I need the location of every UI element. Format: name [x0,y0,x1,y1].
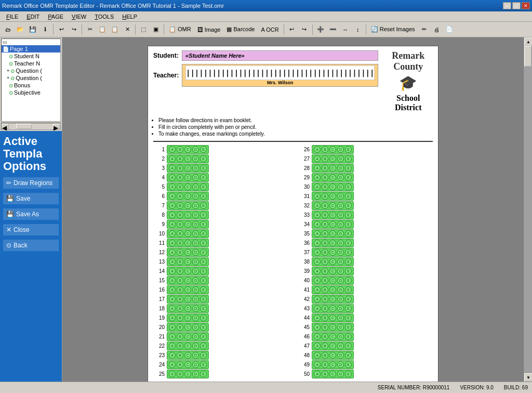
bubble-B[interactable]: B [322,146,328,153]
bubble-E[interactable]: E [200,371,207,377]
print-button[interactable]: 🖨 [431,24,443,35]
bubble-B[interactable]: B [322,324,328,331]
bubble-A[interactable]: A [169,258,176,265]
bubble-A[interactable]: A [314,165,321,172]
teacher-field[interactable]: ||||||||||||||||||||||||||||||||||||||||… [182,64,378,87]
bubble-B[interactable]: B [322,361,328,368]
bubble-E[interactable]: E [345,305,352,312]
bubble-D[interactable]: D [192,184,199,190]
bubble-D[interactable]: D [192,333,199,340]
bubble-C[interactable]: C [184,258,191,265]
bubble-B[interactable]: B [177,296,183,303]
bubble-D[interactable]: D [192,361,199,368]
bubble-A[interactable]: A [314,212,321,218]
bubble-E[interactable]: E [345,249,352,256]
bubble-A[interactable]: A [169,315,176,321]
bubble-D[interactable]: D [337,230,344,237]
bubble-E[interactable]: E [345,277,352,284]
bubble-C[interactable]: C [329,240,336,246]
bubble-D[interactable]: D [337,146,344,153]
bubble-B[interactable]: B [322,202,328,209]
bubble-E[interactable]: E [345,146,352,153]
bubble-A[interactable]: A [314,221,321,228]
bubble-B[interactable]: B [322,296,328,303]
select-button[interactable]: ⬚ [138,24,149,35]
bubble-E[interactable]: E [345,212,352,218]
bubble-A[interactable]: A [314,333,321,340]
bubble-E[interactable]: E [200,193,207,200]
bubble-D[interactable]: D [192,277,199,284]
bubble-D[interactable]: D [192,371,199,377]
bubble-A[interactable]: A [314,296,321,303]
bubble-B[interactable]: B [322,230,328,237]
bubble-D[interactable]: D [192,193,199,200]
bubble-A[interactable]: A [169,296,176,303]
scrollbar-thumb[interactable] [16,124,32,129]
bubble-E[interactable]: E [200,315,207,321]
bubble-E[interactable]: E [200,221,207,228]
bubble-C[interactable]: C [184,286,191,293]
info-button[interactable]: ℹ [39,24,51,35]
undo-button[interactable]: ↩ [56,24,67,35]
bubble-E[interactable]: E [200,202,207,209]
bubble-A[interactable]: A [169,240,176,246]
bubble-B[interactable]: B [322,258,328,265]
menu-tools[interactable]: TOOLS [90,12,118,21]
bubble-A[interactable]: A [169,193,176,200]
bubble-E[interactable]: E [345,240,352,246]
bubble-D[interactable]: D [337,212,344,218]
save-sidebar-button[interactable]: 💾 Save [3,193,59,204]
bubble-E[interactable]: E [200,277,207,284]
bubble-B[interactable]: B [322,249,328,256]
bubble-E[interactable]: E [345,371,352,377]
fit-width[interactable]: ↔ [340,24,351,35]
bubble-C[interactable]: C [329,212,336,218]
bubble-E[interactable]: E [345,361,352,368]
bubble-C[interactable]: C [184,277,191,284]
menu-page[interactable]: PAGE [44,12,68,21]
bubble-B[interactable]: B [322,165,328,172]
bubble-D[interactable]: D [192,258,199,265]
bubble-E[interactable]: E [345,174,352,181]
bubble-A[interactable]: A [314,286,321,293]
bubble-A[interactable]: A [314,315,321,321]
bubble-E[interactable]: E [345,155,352,162]
bubble-E[interactable]: E [200,174,207,181]
bubble-A[interactable]: A [314,371,321,377]
bubble-A[interactable]: A [169,361,176,368]
bubble-D[interactable]: D [192,315,199,321]
bubble-C[interactable]: C [184,324,191,331]
bubble-A[interactable]: A [169,286,176,293]
bubble-E[interactable]: E [345,315,352,321]
bubble-D[interactable]: D [192,296,199,303]
menu-help[interactable]: HELP [118,12,141,21]
bubble-E[interactable]: E [200,324,207,331]
bubble-C[interactable]: C [329,174,336,181]
bubble-D[interactable]: D [192,305,199,312]
bubble-B[interactable]: B [177,361,183,368]
fit-height[interactable]: ↕ [352,24,364,35]
bubble-D[interactable]: D [337,324,344,331]
bubble-E[interactable]: E [200,184,207,190]
bubble-D[interactable]: D [337,221,344,228]
tree-item-minus[interactable]: ▭ [2,39,60,45]
bubble-D[interactable]: D [337,343,344,349]
bubble-E[interactable]: E [200,361,207,368]
bubble-C[interactable]: C [184,296,191,303]
bubble-C[interactable]: C [329,361,336,368]
bubble-A[interactable]: A [314,174,321,181]
bubble-A[interactable]: A [314,202,321,209]
bubble-B[interactable]: B [322,371,328,377]
bubble-D[interactable]: D [337,258,344,265]
bubble-A[interactable]: A [169,305,176,312]
bubble-B[interactable]: B [177,184,183,190]
copy-button[interactable]: 📋 [97,24,108,35]
zoom-in[interactable]: ➕ [315,24,326,35]
scroll-up-btn[interactable]: ▲ [524,37,532,46]
bubble-B[interactable]: B [177,193,183,200]
bubble-D[interactable]: D [192,230,199,237]
close-sidebar-button[interactable]: ✕ Close [3,224,59,235]
bubble-D[interactable]: D [337,315,344,321]
bubble-C[interactable]: C [329,155,336,162]
bubble-A[interactable]: A [314,361,321,368]
